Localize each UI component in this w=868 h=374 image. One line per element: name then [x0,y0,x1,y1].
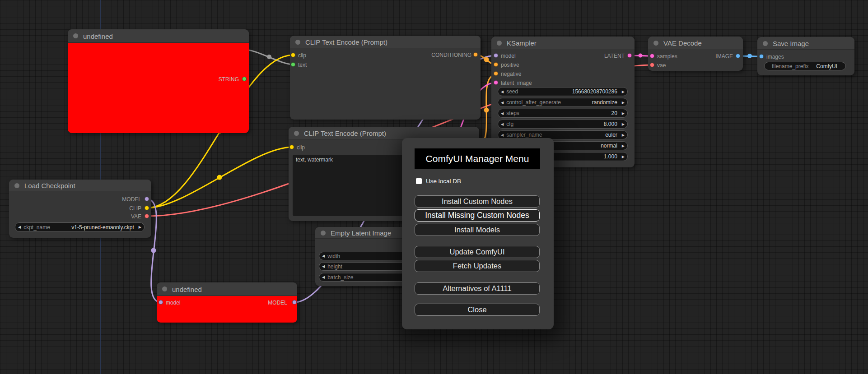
collapse-dot-icon[interactable] [162,286,167,291]
widget-ckpt-name[interactable]: ◀ ckpt_name v1-5-pruned-emaonly.ckpt ▶ [15,222,145,232]
decrement-arrow-icon[interactable]: ◀ [498,90,506,94]
output-label: STRING [219,76,239,83]
input-slot-model[interactable] [494,53,498,58]
collapse-dot-icon[interactable] [295,40,300,45]
node-empty-latent-image[interactable]: Empty Latent Image ◀ width ◀ height ◀ ba… [315,227,406,286]
input-slot-model[interactable] [159,300,163,305]
input-label: model [166,300,181,306]
input-slot-samples[interactable] [650,54,654,58]
node-title: Save Image [773,40,809,47]
node-title-bar[interactable]: Empty Latent Image [315,227,406,239]
node-load-checkpoint[interactable]: Load Checkpoint MODEL CLIP VAE ◀ ckpt_na… [9,180,151,238]
node-title: Load Checkpoint [24,182,75,189]
increment-arrow-icon[interactable]: ▶ [619,144,627,148]
decrement-arrow-icon[interactable]: ◀ [498,111,506,115]
output-slot-latent[interactable] [627,53,632,58]
node-clip-text-encode-1[interactable]: CLIP Text Encode (Prompt) clip text COND… [290,36,481,120]
input-slot-positive[interactable] [494,62,498,67]
link-dot [639,54,643,58]
install-custom-nodes-button[interactable]: Install Custom Nodes [415,195,540,208]
output-slot-model[interactable] [145,197,149,201]
collapse-dot-icon[interactable] [653,41,658,46]
collapse-dot-icon[interactable] [763,41,768,46]
collapse-dot-icon[interactable] [14,183,19,188]
node-title: Empty Latent Image [331,229,391,237]
collapse-dot-icon[interactable] [497,41,502,46]
input-label: text [298,62,307,68]
node-title-bar[interactable]: KSampler [491,37,635,49]
increment-arrow-icon[interactable]: ▶ [619,155,627,159]
widget-value: 8.000 [604,121,619,127]
widget-value: 156680208700286 [572,88,619,95]
increment-arrow-icon[interactable]: ▶ [136,225,144,229]
node-vae-decode[interactable]: VAE Decode samples vae IMAGE [648,37,743,71]
node-undefined-top[interactable]: undefined STRING [68,29,249,133]
increment-arrow-icon[interactable]: ▶ [619,133,627,137]
node-title-bar[interactable]: undefined [157,282,297,296]
alternatives-of-a1111-button[interactable]: Alternatives of A1111 [415,282,540,295]
input-slot-images[interactable] [759,54,764,59]
install-models-button[interactable]: Install Models [415,224,540,236]
input-label: positive [501,62,519,68]
increment-arrow-icon[interactable]: ▶ [619,101,627,105]
output-label: MODEL [122,196,141,203]
graph-canvas[interactable]: undefined STRING CLIP Text Encode (Promp… [0,0,868,374]
decrement-arrow-icon[interactable]: ◀ [498,101,506,105]
link-dot [151,248,156,253]
update-comfyui-button[interactable]: Update ComfyUI [415,246,540,258]
increment-arrow-icon[interactable]: ▶ [619,122,627,126]
node-title-bar[interactable]: CLIP Text Encode (Prompt) [289,127,479,139]
widget-label: width [327,253,340,259]
widget-filename-prefix[interactable]: filename_prefix ComfyUI [764,62,846,70]
input-slot-vae[interactable] [650,63,654,67]
increment-arrow-icon[interactable]: ▶ [619,90,627,94]
node-title: KSampler [507,39,537,47]
use-local-db-checkbox[interactable] [416,178,422,184]
output-slot-conditioning[interactable] [473,52,478,57]
node-title: undefined [172,286,202,293]
decrement-arrow-icon[interactable]: ◀ [319,264,327,268]
collapse-dot-icon[interactable] [73,33,78,38]
decrement-arrow-icon[interactable]: ◀ [319,254,327,258]
input-label: model [501,53,516,59]
increment-arrow-icon[interactable]: ▶ [619,111,627,115]
error-node-body [68,43,249,133]
output-slot-image[interactable] [736,54,740,58]
node-save-image[interactable]: Save Image images filename_prefix ComfyU… [757,37,854,75]
node-title-bar[interactable]: Save Image [757,37,854,50]
widget-value: v1-5-pruned-emaonly.ckpt [71,224,136,231]
output-slot-string[interactable] [242,77,247,81]
widget-control-after-generate[interactable]: ◀ control_after_generate randomize ▶ [498,98,628,107]
node-title-bar[interactable]: undefined [68,29,249,43]
output-slot-clip[interactable] [145,206,149,210]
link-dot [747,54,752,58]
input-slot-clip[interactable] [291,53,295,57]
node-title-bar[interactable]: VAE Decode [648,37,743,49]
input-slot-clip[interactable] [289,145,294,149]
use-local-db-label: Use local DB [426,178,461,185]
decrement-arrow-icon[interactable]: ◀ [15,225,23,229]
input-slot-latent-image[interactable] [494,80,498,85]
collapse-dot-icon[interactable] [321,231,326,235]
input-slot-negative[interactable] [494,71,498,76]
output-slot-vae[interactable] [145,214,149,218]
widget-cfg[interactable]: ◀ cfg 8.000 ▶ [498,120,628,129]
widget-label: sampler_name [506,132,542,138]
decrement-arrow-icon[interactable]: ◀ [319,275,327,279]
decrement-arrow-icon[interactable]: ◀ [498,122,506,126]
node-title-bar[interactable]: Load Checkpoint [9,180,151,191]
output-slot-model[interactable] [292,300,297,305]
widget-label: height [327,263,342,270]
input-label: clip [297,144,305,151]
input-slot-text[interactable] [291,62,295,67]
widget-steps[interactable]: ◀ steps 20 ▶ [498,109,628,118]
fetch-updates-button[interactable]: Fetch Updates [415,260,540,272]
widget-seed[interactable]: ◀ seed 156680208700286 ▶ [498,87,628,96]
output-label: CLIP [129,205,141,212]
node-undefined-bottom[interactable]: undefined model MODEL [157,282,297,323]
decrement-arrow-icon[interactable]: ◀ [498,133,506,137]
collapse-dot-icon[interactable] [294,131,299,136]
node-title-bar[interactable]: CLIP Text Encode (Prompt) [290,36,481,48]
install-missing-custom-nodes-button[interactable]: Install Missing Custom Nodes [415,209,540,222]
close-button[interactable]: Close [415,304,540,316]
